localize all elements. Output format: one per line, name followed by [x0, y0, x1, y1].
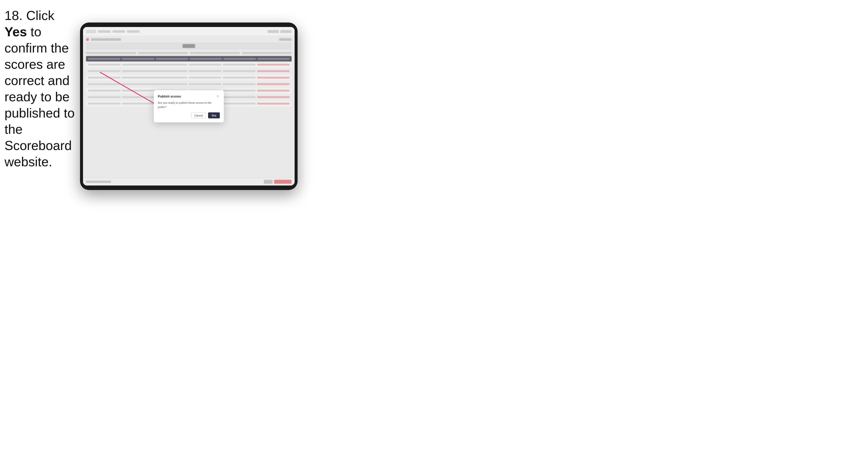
dialog-footer: Cancel Yes [158, 113, 220, 119]
dialog-title: Publish scores [158, 94, 181, 98]
cancel-button[interactable]: Cancel [191, 113, 206, 119]
yes-button[interactable]: Yes [208, 113, 220, 119]
dialog-body-text: Are you ready to publish these scores to… [158, 101, 220, 109]
tablet-screen: Publish scores × Are you ready to publis… [83, 27, 294, 186]
app-ui: Publish scores × Are you ready to publis… [83, 27, 294, 186]
publish-scores-dialog: Publish scores × Are you ready to publis… [154, 90, 224, 123]
instruction-text: 18. Click Yes to confirm the scores are … [4, 7, 77, 170]
yes-emphasis: Yes [4, 25, 27, 39]
tablet-device: Publish scores × Are you ready to publis… [80, 23, 298, 190]
dialog-close-button[interactable]: × [216, 94, 220, 98]
step-number: 18. [4, 8, 26, 23]
dialog-header: Publish scores × [158, 94, 220, 98]
